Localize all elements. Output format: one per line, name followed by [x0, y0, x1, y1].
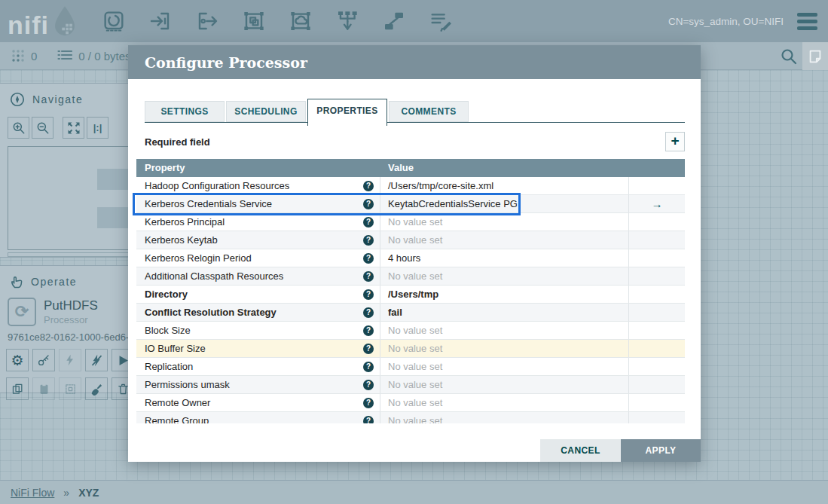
- table-row[interactable]: Kerberos Principal ? No value set: [136, 213, 685, 231]
- property-name: Kerberos Keytab: [145, 234, 218, 246]
- lightning-icon: [64, 354, 76, 366]
- help-icon[interactable]: ?: [363, 325, 374, 336]
- property-value: KeytabCredentialsService PG: [388, 198, 518, 209]
- table-row[interactable]: Additional Classpath Resources ? No valu…: [136, 267, 685, 286]
- output-port-icon[interactable]: [194, 6, 221, 36]
- tab-comments[interactable]: COMMENTS: [389, 101, 469, 122]
- required-field-label: Required field: [145, 136, 210, 148]
- property-value-cell[interactable]: No value set: [380, 267, 629, 285]
- help-icon[interactable]: ?: [363, 344, 374, 354]
- table-row[interactable]: Remote Owner ? No value set: [136, 394, 685, 412]
- property-value-cell[interactable]: No value set: [380, 376, 629, 393]
- nifi-logo: nifi: [8, 5, 79, 37]
- table-row[interactable]: Replication ? No value set: [136, 358, 685, 376]
- current-user-label: CN=sys_admin, OU=NIFI: [668, 16, 784, 27]
- enable-button[interactable]: [59, 349, 81, 371]
- property-value: fail: [388, 307, 402, 318]
- property-value-cell[interactable]: fail: [380, 304, 629, 321]
- disable-button[interactable]: [85, 349, 108, 371]
- property-value-cell[interactable]: /Users/tmp/core-site.xml: [380, 177, 629, 194]
- zoom-in-button[interactable]: [8, 117, 29, 139]
- table-row[interactable]: Kerberos Keytab ? No value set: [136, 231, 685, 249]
- property-name: Kerberos Relogin Period: [145, 252, 252, 264]
- help-icon[interactable]: ?: [363, 398, 374, 408]
- change-color-button[interactable]: [85, 377, 108, 400]
- property-value-cell[interactable]: No value set: [380, 394, 629, 411]
- table-row[interactable]: IO Buffer Size ? No value set: [136, 340, 685, 358]
- property-value-cell[interactable]: KeytabCredentialsService PG: [380, 195, 629, 212]
- property-value-cell[interactable]: No value set: [380, 412, 629, 423]
- goto-service-arrow-icon[interactable]: →: [652, 197, 663, 210]
- cancel-button[interactable]: CANCEL: [540, 439, 621, 462]
- help-icon[interactable]: ?: [363, 217, 374, 228]
- paste-button[interactable]: [32, 377, 55, 400]
- help-icon[interactable]: ?: [363, 380, 374, 390]
- help-icon[interactable]: ?: [363, 235, 374, 246]
- search-icon[interactable]: [775, 42, 802, 70]
- processor-icon[interactable]: [100, 6, 127, 36]
- configuration-button[interactable]: ⚙: [6, 349, 29, 371]
- template-icon[interactable]: [380, 6, 408, 36]
- table-row[interactable]: Permissions umask ? No value set: [136, 376, 685, 394]
- help-icon[interactable]: ?: [363, 307, 374, 318]
- property-value: No value set: [388, 379, 442, 390]
- compass-icon: [9, 91, 26, 108]
- table-row[interactable]: Kerberos Relogin Period ? 4 hours: [136, 249, 685, 267]
- property-value-cell[interactable]: No value set: [380, 340, 629, 357]
- process-group-icon[interactable]: [240, 6, 267, 36]
- copy-button[interactable]: [6, 377, 29, 400]
- brush-icon: [90, 382, 103, 396]
- remote-process-group-icon[interactable]: [287, 6, 314, 36]
- apply-button[interactable]: APPLY: [621, 439, 701, 462]
- property-value: /Users/tmp: [388, 289, 438, 300]
- help-icon[interactable]: ?: [363, 362, 374, 372]
- help-icon[interactable]: ?: [363, 289, 374, 300]
- tab-properties[interactable]: PROPERTIES: [307, 99, 387, 126]
- help-icon[interactable]: ?: [363, 253, 374, 264]
- property-value-cell[interactable]: No value set: [380, 213, 629, 231]
- property-name: Permissions umask: [145, 379, 230, 390]
- table-row[interactable]: Hadoop Configuration Resources ? /Users/…: [136, 177, 685, 195]
- help-icon[interactable]: ?: [363, 416, 374, 424]
- table-row[interactable]: Remote Group ? No value set: [136, 412, 685, 423]
- add-property-button[interactable]: +: [665, 132, 685, 151]
- property-value-cell[interactable]: No value set: [380, 231, 629, 249]
- property-value-cell[interactable]: No value set: [380, 358, 629, 375]
- zoom-actual-button[interactable]: |:|: [87, 117, 108, 139]
- property-value: No value set: [388, 216, 442, 228]
- tab-scheduling[interactable]: SCHEDULING: [226, 101, 306, 122]
- tab-settings[interactable]: SETTINGS: [145, 101, 225, 122]
- breadcrumb: NiFi Flow » XYZ: [0, 480, 828, 504]
- global-menu-icon[interactable]: [797, 13, 817, 30]
- zoom-fit-button[interactable]: [63, 117, 84, 139]
- help-icon[interactable]: ?: [363, 199, 374, 209]
- property-name: Conflict Resolution Strategy: [145, 307, 277, 318]
- nifi-logo-text: nifi: [8, 14, 49, 37]
- group-button[interactable]: [59, 377, 81, 400]
- zoom-out-button[interactable]: [32, 117, 53, 139]
- dialog-header: Configure Processor: [128, 45, 701, 79]
- table-row[interactable]: Block Size ? No value set: [136, 322, 685, 340]
- help-icon[interactable]: ?: [363, 181, 374, 191]
- access-policies-button[interactable]: [32, 349, 55, 371]
- component-name: PutHDFS: [44, 298, 98, 313]
- property-value: /Users/tmp/core-site.xml: [388, 180, 493, 191]
- property-name: Kerberos Principal: [145, 216, 225, 228]
- help-icon[interactable]: ?: [363, 271, 374, 282]
- property-value-cell[interactable]: No value set: [380, 322, 629, 339]
- table-row[interactable]: Directory ? /Users/tmp: [136, 286, 685, 304]
- nifi-drop-icon: [50, 5, 79, 37]
- funnel-icon[interactable]: [334, 6, 361, 36]
- table-row[interactable]: Conflict Resolution Strategy ? fail: [136, 304, 685, 322]
- table-row[interactable]: Kerberos Credentials Service ? KeytabCre…: [136, 195, 685, 213]
- property-value-cell[interactable]: /Users/tmp: [380, 286, 629, 303]
- note-toggle-button[interactable]: [802, 42, 828, 70]
- note-icon: [807, 48, 823, 65]
- active-threads-count: 0: [31, 50, 37, 63]
- property-value: No value set: [388, 325, 442, 336]
- property-value-cell[interactable]: 4 hours: [380, 249, 629, 267]
- input-port-icon[interactable]: [147, 6, 174, 36]
- label-icon[interactable]: [427, 6, 454, 36]
- breadcrumb-root-link[interactable]: NiFi Flow: [11, 487, 54, 499]
- queued-count: 0 / 0 bytes: [78, 50, 130, 63]
